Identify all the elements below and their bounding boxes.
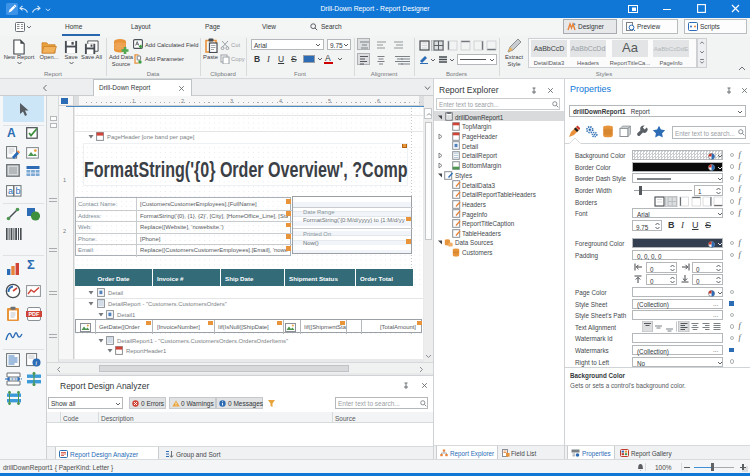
- svg-text:a: a: [8, 186, 13, 196]
- svg-text:PDF: PDF: [28, 311, 40, 317]
- svg-text:b: b: [16, 186, 21, 196]
- svg-text:i: i: [35, 359, 37, 366]
